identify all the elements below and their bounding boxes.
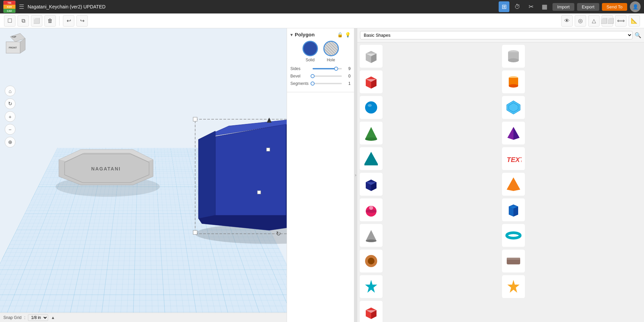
viewport[interactable]: NAGATANI — [0, 28, 287, 322]
shape-item-wood-brown[interactable] — [502, 249, 525, 273]
shape-item-wedge-pink[interactable] — [359, 198, 383, 222]
hole-option[interactable]: Hole — [323, 41, 339, 62]
shape-item-pipe-orange[interactable] — [359, 249, 383, 273]
solid-hole-selector: Solid Hole — [290, 41, 351, 62]
shape-img-wood-brown — [505, 252, 522, 270]
svg-marker-61 — [507, 280, 520, 293]
topbar-hamburger[interactable]: ☰ — [19, 3, 24, 10]
align-btn[interactable]: ⬜⬜ — [602, 15, 613, 27]
sel-handle-bottom[interactable] — [257, 191, 261, 194]
undo-btn[interactable]: ↩ — [63, 15, 74, 27]
snap-bar: Snap Grid : 1/8 in 1/4 in 1/2 in 1 in ▲ — [0, 313, 287, 322]
shape-item-cylinder-orange[interactable] — [502, 70, 525, 94]
shapes-search-btn[interactable]: 🔍 — [635, 32, 641, 38]
solid-label: Solid — [306, 58, 315, 62]
viewcube[interactable]: TOP FRONT — [3, 32, 27, 55]
grid-view-btn[interactable]: ⊞ — [499, 1, 509, 12]
shape-item-special-blue[interactable] — [502, 96, 525, 119]
shape-item-box-red[interactable] — [359, 70, 383, 94]
view-btn[interactable]: 👁 — [561, 15, 573, 27]
shape-item-text[interactable]: TEXT — [502, 147, 525, 170]
svg-point-30 — [509, 84, 518, 88]
export-btn[interactable]: Export — [577, 3, 599, 11]
solid-option[interactable]: Solid — [302, 41, 318, 62]
svg-marker-9 — [199, 131, 215, 219]
shapes-header: Basic Shapes 🔍 — [357, 28, 644, 42]
align-top-btn[interactable]: ◎ — [575, 15, 586, 27]
shape-img-sphere-blue — [362, 99, 380, 116]
sel-handle-bl[interactable] — [193, 230, 197, 234]
shape-img-prism-teal — [362, 150, 380, 167]
shape-img-pyramid-purple — [505, 124, 522, 142]
toolbar: ☐ ⧉ ⬜ 🗑 ↩ ↪ 👁 ◎ △ ⬜⬜ ⟺ 📐 — [0, 13, 644, 28]
svg-marker-60 — [365, 280, 377, 293]
shape-item-cylinder-gray[interactable] — [502, 44, 525, 68]
shape-item-star-teal[interactable] — [359, 275, 383, 298]
delete-btn[interactable]: 🗑 — [44, 15, 56, 27]
tools-btn[interactable]: ✂ — [526, 1, 536, 12]
svg-point-32 — [368, 104, 372, 107]
ruler-btn[interactable]: 📐 — [629, 15, 640, 27]
send-to-btn[interactable]: Send To — [602, 3, 627, 11]
shape-item-box2-dark[interactable] — [502, 198, 525, 222]
sides-slider[interactable] — [313, 68, 342, 69]
shape-img-star-teal — [362, 278, 380, 295]
shape-item-box-gray[interactable] — [359, 44, 383, 68]
toolbar-right: 👁 ◎ △ ⬜⬜ ⟺ 📐 — [561, 15, 640, 27]
shape-item-cone-green[interactable] — [359, 121, 383, 145]
duplicate-btn[interactable]: ⬜ — [31, 15, 42, 27]
snap-arrow[interactable]: ▲ — [51, 315, 55, 320]
home-view-btn[interactable]: ⌂ — [5, 86, 15, 96]
segments-label: Segments — [290, 81, 311, 86]
bevel-slider[interactable] — [313, 75, 342, 77]
layers-btn[interactable]: ▦ — [539, 1, 550, 12]
shapes-category-select[interactable]: Basic Shapes — [360, 31, 633, 39]
zoom-in-btn[interactable]: + — [5, 111, 15, 122]
panel-collapse-btn[interactable]: ▾ — [290, 32, 293, 37]
zoom-out-btn[interactable]: − — [5, 124, 15, 135]
history-btn[interactable]: ⏱ — [512, 1, 523, 12]
snap-value-select[interactable]: 1/8 in 1/4 in 1/2 in 1 in — [28, 314, 48, 321]
rotation-handle[interactable]: ↻ — [276, 230, 281, 237]
sel-handle-tl[interactable] — [193, 117, 197, 121]
solid-circle — [302, 41, 318, 56]
copy-btn[interactable]: ⧉ — [17, 15, 29, 27]
shape-img-text: TEXT — [505, 150, 522, 167]
shape-item-star2-yellow[interactable] — [502, 275, 525, 298]
shape-item-tetra-yellow[interactable] — [502, 172, 525, 196]
import-btn[interactable]: Import — [552, 3, 574, 11]
panel-help-btn[interactable]: 💡 — [345, 32, 351, 37]
shape-img-special-blue — [505, 99, 522, 116]
toolbar-sep-1 — [59, 16, 60, 26]
svg-marker-46 — [507, 178, 520, 191]
sides-label: Sides — [290, 66, 311, 71]
panel-title: Polygon — [295, 32, 335, 37]
shape-item-cone2-gray[interactable] — [359, 224, 383, 247]
shape-item-box3-red[interactable] — [359, 300, 383, 322]
scene-svg: NAGATANI — [0, 28, 287, 322]
keychain-object[interactable]: NAGATANI — [56, 150, 160, 197]
shape-item-torus-cyan[interactable] — [502, 224, 525, 247]
flip-btn[interactable]: ⟺ — [615, 15, 627, 27]
shape-item-pyramid-purple[interactable] — [502, 121, 525, 145]
fit-view-btn[interactable]: ⊕ — [5, 137, 15, 148]
panel-separator[interactable]: › — [354, 28, 357, 322]
account-btn[interactable]: 👤 — [630, 1, 641, 12]
panel-lock-btn[interactable]: 🔒 — [337, 32, 343, 37]
shape-img-cone-green — [362, 124, 380, 142]
shape-gen-btn[interactable]: △ — [588, 15, 600, 27]
new-btn[interactable]: ☐ — [4, 15, 15, 27]
orbit-btn[interactable]: ↻ — [5, 98, 15, 109]
segments-slider[interactable] — [313, 83, 342, 84]
shape-item-prism-teal[interactable] — [359, 147, 383, 170]
svg-rect-59 — [507, 258, 520, 260]
shape-img-cylinder-gray — [505, 47, 522, 65]
svg-point-57 — [368, 258, 374, 264]
redo-btn[interactable]: ↪ — [76, 15, 88, 27]
sel-handle-top[interactable] — [266, 148, 270, 151]
bevel-value: 0 — [344, 74, 351, 78]
svg-text:TOP: TOP — [11, 36, 16, 38]
shape-item-sphere-blue[interactable] — [359, 96, 383, 119]
shape-item-cube-dark[interactable] — [359, 172, 383, 196]
polygon-object[interactable]: ↻ — [193, 117, 287, 244]
